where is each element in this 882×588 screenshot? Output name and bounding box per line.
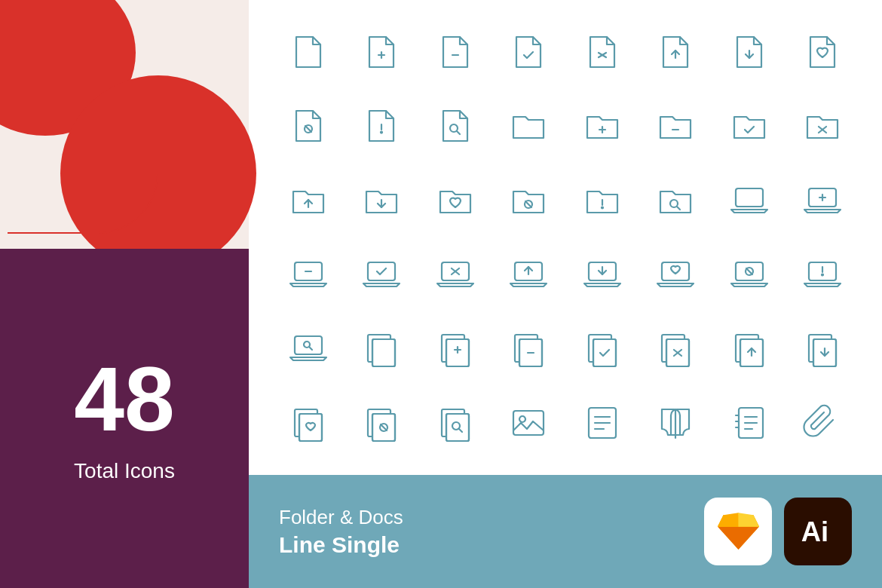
icon-folder-check [719, 96, 779, 156]
icon-file-download [719, 22, 779, 82]
svg-rect-51 [372, 339, 395, 366]
icon-book [645, 393, 706, 453]
svg-rect-91 [513, 411, 544, 435]
icon-pages [351, 318, 412, 378]
svg-rect-63 [593, 339, 616, 366]
icon-pages-search [425, 393, 485, 453]
icon-row-5 [271, 318, 859, 378]
left-bottom-panel: 48 Total Icons [0, 249, 249, 588]
icon-folder [498, 96, 559, 156]
icon-pages-x [645, 318, 706, 378]
icon-row-6 [271, 393, 859, 453]
icon-row-1 [271, 22, 859, 82]
icon-folder-x [792, 96, 853, 156]
icon-count-label: Total Icons [74, 459, 175, 483]
svg-line-12 [457, 131, 460, 134]
icon-pages-plus [425, 318, 485, 378]
icon-photo [498, 393, 559, 453]
icon-notebook [719, 393, 779, 453]
icon-file [278, 22, 338, 82]
icon-file-ban [278, 96, 338, 156]
icon-file-minus [425, 22, 485, 82]
icon-laptop-ban [719, 244, 779, 305]
svg-point-92 [519, 416, 525, 422]
icon-count: 48 [74, 354, 174, 444]
icon-laptop-x [425, 244, 485, 305]
svg-rect-79 [299, 414, 322, 441]
svg-point-10 [381, 132, 382, 133]
icon-laptop-plus [792, 170, 853, 231]
icon-laptop-check [351, 244, 412, 305]
icon-file-x [572, 22, 632, 82]
icon-folder-alert [572, 170, 632, 231]
icon-laptop-download [572, 244, 632, 305]
svg-rect-47 [295, 336, 322, 354]
icon-folder-plus [572, 96, 632, 156]
icon-laptop-alert [792, 244, 853, 305]
svg-line-25 [677, 207, 680, 210]
icon-file-plus [351, 22, 412, 82]
icon-folder-heart [425, 170, 485, 231]
ai-logo-badge: Ai [784, 498, 852, 565]
icon-pages-minus [498, 318, 559, 378]
icon-laptop-minus [278, 244, 338, 305]
footer-bar: Folder & Docs Line Single Ai [249, 475, 882, 588]
icon-laptop-search [278, 318, 338, 378]
icon-file-check [498, 22, 559, 82]
icon-row-4 [271, 244, 859, 305]
icon-row-3 [271, 170, 859, 231]
icon-folder-search [645, 170, 706, 231]
icon-laptop [719, 170, 779, 231]
icon-row-2 [271, 96, 859, 156]
sketch-logo-badge [704, 498, 772, 565]
icon-paperclip [792, 393, 853, 453]
icon-pages-download [792, 318, 853, 378]
footer-text: Folder & Docs Line Single [279, 506, 403, 558]
icon-document-list [572, 393, 632, 453]
left-panel: 48 Total Icons [0, 0, 249, 588]
footer-logos: Ai [704, 498, 852, 565]
svg-line-49 [309, 347, 312, 350]
icon-pages-ban [351, 393, 412, 453]
svg-point-23 [602, 207, 603, 208]
icon-folder-upload [278, 170, 338, 231]
icon-file-heart [792, 22, 853, 82]
svg-text:Ai: Ai [801, 516, 828, 547]
footer-title: Folder & Docs [279, 506, 403, 529]
icon-file-alert [351, 96, 412, 156]
icon-laptop-heart [645, 244, 706, 305]
icon-folder-download [351, 170, 412, 231]
svg-rect-32 [368, 262, 395, 280]
icon-pages-heart [278, 393, 338, 453]
right-panel: Folder & Docs Line Single Ai [249, 0, 882, 588]
icon-pages-check [572, 318, 632, 378]
footer-subtitle: Line Single [279, 532, 403, 558]
icon-file-upload [645, 22, 706, 82]
icon-file-search [425, 96, 485, 156]
red-outline-curve [8, 121, 158, 234]
icon-folder-ban [498, 170, 559, 231]
svg-rect-26 [736, 188, 763, 207]
icons-grid [249, 0, 882, 475]
svg-point-46 [822, 274, 823, 276]
svg-rect-40 [662, 262, 689, 280]
icon-folder-minus [645, 96, 706, 156]
icon-pages-upload [719, 318, 779, 378]
icon-laptop-upload [498, 244, 559, 305]
svg-rect-87 [446, 414, 469, 441]
left-bg-top [0, 0, 249, 249]
